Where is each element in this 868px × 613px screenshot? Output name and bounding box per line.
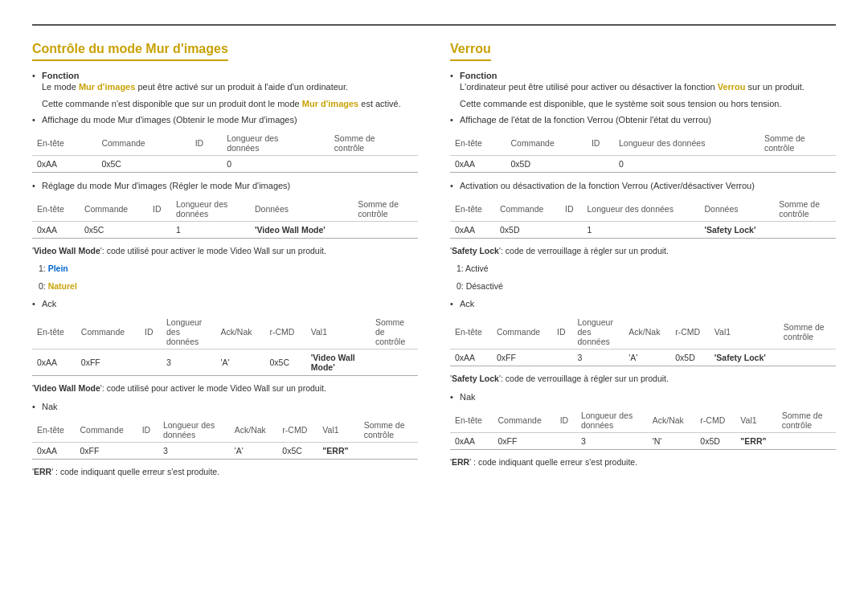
th-donnees2: Données bbox=[250, 197, 353, 222]
right-table1: En-tête Commande ID Longueur des données… bbox=[450, 131, 836, 173]
right-activation-bullet: Activation ou désactivation de la foncti… bbox=[450, 181, 836, 190]
table-row: 0xAA 0xFF 3 'N' 0x5D "ERR" bbox=[450, 433, 836, 450]
th-commande: Commande bbox=[96, 131, 190, 156]
top-divider bbox=[32, 24, 836, 26]
right-fonction-line2: Cette commande est disponible, que le sy… bbox=[460, 97, 836, 111]
th-commande2: Commande bbox=[80, 197, 148, 222]
left-fonction-bullet: Fonction Le mode Mur d'images peut être … bbox=[32, 71, 418, 110]
left-value-naturel: 0: Naturel bbox=[32, 280, 418, 293]
right-affichage-bullet: Affichage de l'état de la fonction Verro… bbox=[450, 115, 836, 125]
table-row: 0xAA 0xFF 3 'A' 0x5D 'Safety Lock' bbox=[450, 349, 836, 366]
left-reglage-label: Réglage du mode Mur d'images (Régler le … bbox=[42, 181, 290, 190]
th-somme2: Somme decontrôle bbox=[353, 197, 418, 222]
th-somme: Somme decontrôle bbox=[330, 131, 418, 156]
th-id2: ID bbox=[148, 197, 171, 222]
left-reglage-bullet: Réglage du mode Mur d'images (Régler le … bbox=[32, 181, 418, 190]
right-note1: 'Safety Lock': code de verrouillage à ré… bbox=[450, 245, 836, 258]
table-row: 0xAA 0x5D 1 'Safety Lock' bbox=[450, 222, 836, 239]
right-value-desactive: 0: Désactivé bbox=[450, 280, 836, 293]
left-table3: En-tête Commande ID Longueurdesdonnées A… bbox=[32, 315, 418, 376]
left-section-title: Contrôle du mode Mur d'images bbox=[32, 42, 228, 61]
table-row: 0xAA 0xFF 3 'A' 0x5C "ERR" bbox=[32, 443, 418, 460]
right-table2: En-tête Commande ID Longueur des données… bbox=[450, 197, 836, 239]
th-entete2: En-tête bbox=[32, 197, 80, 222]
left-fonction-line1: Le mode Mur d'images peut être activé su… bbox=[42, 80, 418, 94]
left-fonction-label: Fonction bbox=[42, 71, 79, 80]
right-nak-bullet: Nak bbox=[450, 392, 836, 402]
right-affichage-label: Affichage de l'état de la fonction Verro… bbox=[460, 115, 711, 125]
table-row: 0xAA 0x5C 1 'Video Wall Mode' bbox=[32, 222, 418, 239]
left-table1: En-tête Commande ID Longueur desdonnées … bbox=[32, 131, 418, 173]
right-fonction-bullet: Fonction L'ordinateur peut être utilisé … bbox=[450, 71, 836, 110]
left-affichage-label: Affichage du mode Mur d'images (Obtenir … bbox=[42, 115, 297, 125]
left-fonction-line2: Cette commande n'est disponible que sur … bbox=[42, 97, 418, 111]
right-value-active: 1: Activé bbox=[450, 263, 836, 276]
right-table3: En-tête Commande ID Longueurdesdonnées A… bbox=[450, 315, 836, 366]
right-ack-label: Ack bbox=[460, 299, 474, 309]
table-row: 0xAA 0xFF 3 'A' 0x5C 'Video WallMode' bbox=[32, 349, 418, 376]
right-note2: 'Safety Lock': code de verrouillage à ré… bbox=[450, 373, 836, 386]
th-id: ID bbox=[190, 131, 222, 156]
right-nak-label: Nak bbox=[460, 392, 476, 402]
right-section-title: Verrou bbox=[450, 42, 491, 61]
left-note3: 'ERR' : code indiquant quelle erreur s'e… bbox=[32, 466, 418, 479]
left-column: Contrôle du mode Mur d'images Fonction L… bbox=[32, 42, 418, 484]
left-nak-bullet: Nak bbox=[32, 402, 418, 411]
table-row: 0xAA 0x5C 0 bbox=[32, 156, 418, 173]
th-longueur2: Longueur desdonnées bbox=[171, 197, 250, 222]
left-note1: 'Video Wall Mode': code utilisé pour act… bbox=[32, 245, 418, 258]
right-activation-label: Activation ou désactivation de la foncti… bbox=[460, 181, 755, 190]
th-entete: En-tête bbox=[32, 131, 96, 156]
left-note2: 'Video Wall Mode': code utilisé pour act… bbox=[32, 382, 418, 395]
right-ack-bullet: Ack bbox=[450, 299, 836, 309]
left-ack-label: Ack bbox=[42, 299, 56, 309]
right-column: Verrou Fonction L'ordinateur peut être u… bbox=[450, 42, 836, 484]
right-fonction-label: Fonction bbox=[460, 71, 497, 80]
table-row: 0xAA 0x5D 0 bbox=[450, 156, 836, 173]
right-table4: En-tête Commande ID Longueur desdonnées … bbox=[450, 408, 836, 450]
th-longueur: Longueur desdonnées bbox=[222, 131, 330, 156]
main-content: Contrôle du mode Mur d'images Fonction L… bbox=[32, 42, 836, 484]
right-fonction-line1: L'ordinateur peut être utilisé pour acti… bbox=[460, 80, 836, 94]
left-value-plein: 1: Plein bbox=[32, 263, 418, 276]
left-table4: En-tête Commande ID Longueur desdonnées … bbox=[32, 418, 418, 460]
left-nak-label: Nak bbox=[42, 402, 58, 411]
right-note3: 'ERR' : code indiquant quelle erreur s'e… bbox=[450, 456, 836, 469]
left-affichage-bullet: Affichage du mode Mur d'images (Obtenir … bbox=[32, 115, 418, 125]
left-table2: En-tête Commande ID Longueur desdonnées … bbox=[32, 197, 418, 239]
left-ack-bullet: Ack bbox=[32, 299, 418, 309]
